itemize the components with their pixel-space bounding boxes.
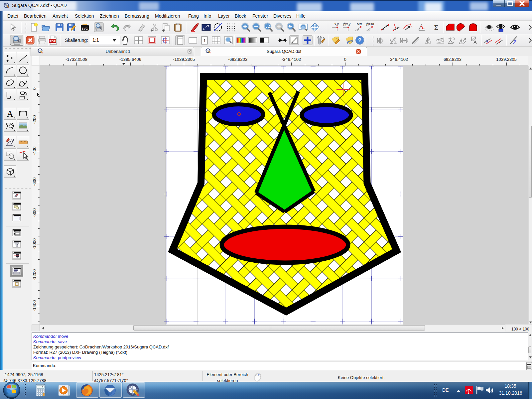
svg-text:1: 1 [203,38,205,43]
svg-text:0: 0 [42,386,43,388]
svg-text:?: ? [358,37,361,44]
svg-text:r<α: r<α [357,22,362,26]
svg-text:A: A [7,109,13,118]
svg-text:@x,y: @x,y [343,22,350,26]
svg-text:SVG: SVG [81,27,88,30]
svg-text:PDF: PDF [50,40,56,43]
svg-text:Σ: Σ [434,23,439,32]
svg-text:@r<α: @r<α [366,22,374,26]
svg-text:x,y: x,y [334,22,339,26]
